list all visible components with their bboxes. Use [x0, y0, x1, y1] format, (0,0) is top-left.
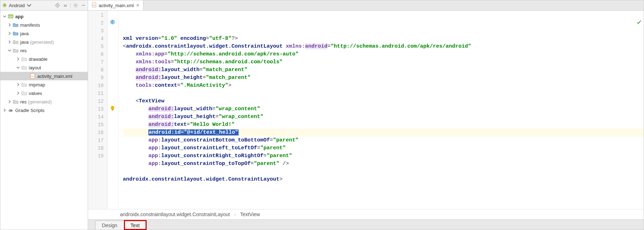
editor-mode-tabs: Design Text	[88, 219, 644, 230]
line-number: 19	[88, 152, 107, 160]
tree-item-label: res	[20, 48, 27, 53]
tree-item-resgen[interactable]: res (generated)	[0, 97, 88, 106]
line-number: 1	[88, 11, 107, 19]
tree-item-res[interactable]: res	[0, 46, 88, 55]
close-icon[interactable]: ✕	[136, 3, 140, 8]
tree-item-label: java	[20, 31, 29, 36]
editor-tab-label: activity_main.xml	[99, 3, 134, 8]
tree-arrow-icon[interactable]	[7, 48, 12, 53]
folder-gen-icon	[12, 39, 19, 45]
class-marker-icon: C	[110, 19, 115, 25]
svg-text:<>: <>	[93, 4, 95, 6]
tree-item-app[interactable]: app	[0, 12, 88, 21]
folder-res-icon	[12, 47, 19, 54]
tree-arrow-icon[interactable]	[16, 65, 20, 70]
tree-arrow-icon[interactable]	[2, 14, 7, 18]
editor-tabs: <> activity_main.xml ✕	[88, 0, 644, 11]
folder-open-icon	[12, 30, 19, 37]
svg-rect-34	[112, 110, 113, 111]
tree-item-manifests[interactable]: manifests	[0, 21, 88, 29]
tree-arrow-icon[interactable]	[7, 23, 12, 27]
folder-sub-icon	[21, 90, 27, 96]
minimize-icon[interactable]	[81, 2, 86, 8]
svg-rect-30	[92, 2, 96, 7]
line-number: 18	[88, 144, 107, 152]
target-icon[interactable]	[55, 2, 60, 8]
tree-item-activity[interactable]: <>activity_main.xml	[0, 72, 88, 80]
line-number: 2	[88, 19, 107, 27]
line-number: 3	[88, 27, 107, 35]
annotation-gutter: C	[108, 11, 119, 209]
folder-sub-icon	[21, 56, 27, 62]
project-toolbar: Android	[0, 0, 88, 11]
project-tool-window: Android appmanifestsjavajava (generated)…	[0, 0, 88, 230]
tree-item-layout[interactable]: layout	[0, 63, 88, 72]
tree-item-label: Gradle Scripts	[15, 108, 44, 113]
svg-line-22	[74, 6, 75, 7]
tree-item-label: manifests	[20, 22, 40, 28]
tree-item-label: res (generated)	[20, 99, 52, 105]
tree-arrow-icon[interactable]	[7, 31, 12, 36]
svg-line-20	[74, 4, 75, 4]
tree-arrow-icon[interactable]	[7, 100, 12, 104]
tree-item-values[interactable]: values	[0, 89, 88, 97]
tree-arrow-icon[interactable]	[16, 57, 20, 61]
line-number: 16	[88, 129, 107, 137]
line-number: 11	[88, 90, 107, 97]
breadcrumb-item[interactable]: TextView	[240, 212, 260, 217]
svg-rect-26	[8, 15, 13, 16]
module-icon	[7, 13, 14, 20]
svg-rect-4	[4, 7, 4, 7]
folder-sub-icon	[21, 64, 27, 71]
line-number: 5	[88, 43, 107, 50]
line-number: 17	[88, 137, 107, 144]
xml-file-icon: <>	[29, 73, 36, 79]
breadcrumb[interactable]: androidx.constraintlayout.widget.Constra…	[88, 209, 644, 219]
bulb-icon[interactable]	[110, 105, 115, 111]
tree-arrow-icon[interactable]	[24, 74, 29, 78]
project-tree[interactable]: appmanifestsjavajava (generated)resdrawa…	[0, 11, 88, 230]
svg-rect-2	[3, 5, 3, 6]
folder-sub-icon	[21, 81, 27, 88]
svg-point-32	[110, 20, 115, 24]
tree-arrow-icon[interactable]	[7, 40, 12, 44]
line-number: 13	[88, 105, 107, 113]
svg-line-21	[77, 6, 77, 7]
line-number: 4	[88, 35, 107, 43]
svg-rect-27	[31, 74, 35, 79]
editor-panel: <> activity_main.xml ✕ 12345678910111213…	[88, 0, 644, 230]
tree-item-gradle[interactable]: Gradle Scripts	[0, 106, 88, 114]
tree-item-label: app	[15, 14, 23, 19]
collapse-icon[interactable]	[62, 2, 68, 8]
code-editor[interactable]: 12345678910111213141516171819 C xml vers…	[88, 11, 644, 209]
tree-arrow-icon[interactable]	[16, 91, 20, 95]
tree-item-javagen[interactable]: java (generated)	[0, 38, 88, 46]
tree-item-java[interactable]: java	[0, 29, 88, 38]
svg-line-7	[5, 3, 5, 4]
tab-design[interactable]: Design	[95, 220, 124, 230]
tree-item-label: activity_main.xml	[37, 74, 72, 79]
tree-item-label: values	[29, 91, 42, 96]
project-view-label: Android	[9, 3, 25, 8]
svg-point-8	[56, 4, 59, 7]
line-number-gutter: 12345678910111213141516171819	[88, 11, 108, 209]
tree-item-drawable[interactable]: drawable	[0, 55, 88, 63]
line-number: 15	[88, 121, 107, 129]
gear-icon[interactable]	[73, 2, 78, 8]
svg-point-9	[57, 5, 58, 6]
tree-item-mipmap[interactable]: mipmap	[0, 80, 88, 89]
svg-rect-5	[5, 7, 5, 7]
svg-text:C: C	[112, 21, 114, 24]
editor-tab-activity-main[interactable]: <> activity_main.xml ✕	[88, 0, 143, 10]
project-view-selector[interactable]: Android	[2, 2, 32, 8]
tree-arrow-icon[interactable]	[2, 108, 7, 112]
tree-item-label: java (generated)	[20, 39, 54, 45]
line-number: 9	[88, 74, 107, 82]
tree-arrow-icon[interactable]	[16, 82, 20, 87]
svg-point-15	[75, 5, 76, 6]
breadcrumb-item[interactable]: androidx.constraintlayout.widget.Constra…	[120, 212, 230, 217]
tree-item-label: mipmap	[29, 82, 45, 87]
tab-text[interactable]: Text	[124, 220, 147, 230]
line-number: 6	[88, 50, 107, 58]
code-area[interactable]: xml version="1.0" encoding="utf-8"?><and…	[119, 11, 644, 209]
